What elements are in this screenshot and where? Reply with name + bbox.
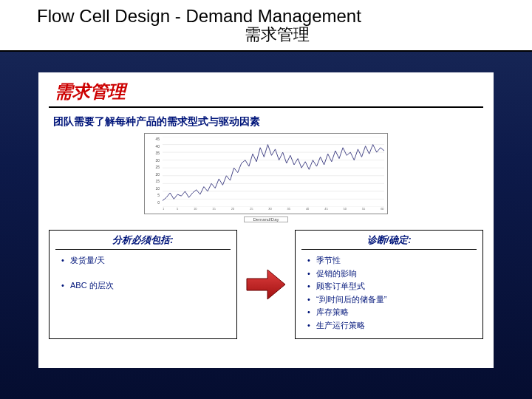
right-box: 诊断/确定: 季节性促销的影响顾客订单型式“到时间后的储备量”库存策略生产运行策… <box>295 230 483 339</box>
arrow-icon <box>243 230 289 339</box>
demand-chart: 454035302520151050 151015202530354045505… <box>144 133 388 222</box>
list-item: 库存策略 <box>306 306 477 319</box>
chart-line <box>163 137 384 207</box>
panel-heading: 需求管理 <box>49 80 483 103</box>
left-box: 分析必须包括: 发货量/天ABC 的层次 <box>49 230 237 339</box>
content-panel: 需求管理 团队需要了解每种产品的需求型式与驱动因素 45403530252015… <box>38 72 494 368</box>
list-item: 顾客订单型式 <box>306 280 477 293</box>
chart-legend: Demand/Day <box>244 216 288 222</box>
list-item: 生产运行策略 <box>306 319 477 332</box>
list-item: 促销的影响 <box>306 267 477 281</box>
left-box-header: 分析必须包括: <box>55 233 231 250</box>
right-box-list: 季节性促销的影响顾客订单型式“到时间后的储备量”库存策略生产运行策略 <box>301 254 477 332</box>
divider <box>49 106 483 108</box>
list-item: 季节性 <box>306 254 477 267</box>
right-box-header: 诊断/确定: <box>301 233 477 250</box>
panel-subtitle: 团队需要了解每种产品的需求型式与驱动因素 <box>49 115 483 129</box>
chart-x-ticks: 151015202530354045505560 <box>163 207 384 211</box>
list-item: 发货量/天 <box>60 254 231 267</box>
title-bar: Flow Cell Design - Demand Management 需求管… <box>0 0 532 52</box>
left-box-list: 发货量/天ABC 的层次 <box>55 254 231 292</box>
chart-y-ticks: 454035302520151050 <box>146 137 160 205</box>
list-item: “到时间后的储备量” <box>306 293 477 307</box>
svg-marker-10 <box>247 270 285 299</box>
analysis-boxes: 分析必须包括: 发货量/天ABC 的层次 诊断/确定: 季节性促销的影响顾客订单… <box>49 230 483 339</box>
list-item: ABC 的层次 <box>60 279 231 293</box>
title-chinese: 需求管理 <box>37 24 517 46</box>
